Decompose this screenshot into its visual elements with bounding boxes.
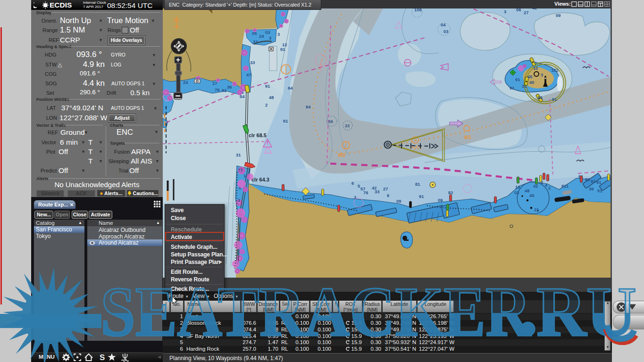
svg-text:clr 68.5: clr 68.5 xyxy=(249,132,267,138)
svg-text:36: 36 xyxy=(227,84,232,90)
svg-text:48: 48 xyxy=(269,95,274,100)
svg-text:06: 06 xyxy=(516,8,521,12)
svg-text:91: 91 xyxy=(538,95,543,100)
svg-text:09: 09 xyxy=(556,13,561,18)
svg-text:91: 91 xyxy=(515,77,520,82)
svg-text:2: 2 xyxy=(265,102,268,107)
svg-text:47: 47 xyxy=(246,72,251,77)
svg-text:81: 81 xyxy=(415,181,420,187)
svg-text:91: 91 xyxy=(222,88,227,93)
svg-text:94: 94 xyxy=(306,104,311,109)
svg-text:3: 3 xyxy=(504,9,506,14)
svg-text:3: 3 xyxy=(354,195,356,200)
svg-text:33: 33 xyxy=(253,39,258,44)
svg-text:54: 54 xyxy=(240,94,245,99)
svg-text:2: 2 xyxy=(548,185,551,190)
svg-text:3: 3 xyxy=(277,32,280,37)
svg-text:51: 51 xyxy=(597,188,602,193)
svg-text:S: S xyxy=(100,353,105,362)
svg-text:48: 48 xyxy=(525,188,530,193)
svg-text:106: 106 xyxy=(414,8,422,12)
svg-text:182: 182 xyxy=(551,67,559,73)
svg-text:76: 76 xyxy=(363,190,368,195)
svg-text:4: 4 xyxy=(545,182,548,188)
svg-text:3: 3 xyxy=(269,35,271,41)
svg-text:91: 91 xyxy=(280,47,285,52)
svg-text:73: 73 xyxy=(238,167,243,173)
svg-text:91: 91 xyxy=(552,97,557,102)
svg-text:3: 3 xyxy=(541,72,543,77)
svg-text:13: 13 xyxy=(515,184,520,189)
svg-text:91: 91 xyxy=(419,194,424,199)
svg-text:33: 33 xyxy=(375,189,380,194)
svg-text:27: 27 xyxy=(212,81,217,86)
svg-text:W2: W2 xyxy=(464,135,471,140)
svg-text:42: 42 xyxy=(532,8,537,10)
svg-text:91: 91 xyxy=(265,83,270,89)
svg-text:09: 09 xyxy=(396,198,401,204)
svg-text:91: 91 xyxy=(283,118,288,123)
svg-text:05: 05 xyxy=(252,31,257,36)
svg-text:04: 04 xyxy=(441,22,446,27)
svg-text:03: 03 xyxy=(265,30,270,35)
svg-text:24: 24 xyxy=(183,80,188,85)
svg-text:91: 91 xyxy=(596,180,602,185)
svg-text:39: 39 xyxy=(589,186,594,191)
svg-text:21: 21 xyxy=(534,207,539,212)
svg-text:33: 33 xyxy=(250,60,255,65)
svg-text:27: 27 xyxy=(383,186,388,191)
svg-text:33: 33 xyxy=(345,123,350,128)
svg-text:clr 64.3: clr 64.3 xyxy=(251,177,269,182)
svg-text:64: 64 xyxy=(288,85,293,90)
svg-text:09: 09 xyxy=(438,197,443,203)
svg-text:27: 27 xyxy=(524,10,529,15)
svg-text:45: 45 xyxy=(529,193,535,198)
svg-text:91: 91 xyxy=(510,85,515,90)
svg-text:82: 82 xyxy=(448,190,453,195)
svg-text:95: 95 xyxy=(585,177,590,182)
svg-text:24: 24 xyxy=(259,33,264,39)
svg-text:31: 31 xyxy=(236,152,241,157)
svg-text:6: 6 xyxy=(351,181,354,186)
svg-text:76: 76 xyxy=(215,87,220,92)
svg-text:W9: W9 xyxy=(338,153,345,158)
svg-text:03: 03 xyxy=(443,29,449,34)
svg-text:10: 10 xyxy=(533,66,538,71)
svg-text:45: 45 xyxy=(527,74,533,79)
svg-text:40: 40 xyxy=(529,80,535,85)
svg-text:91: 91 xyxy=(591,179,596,184)
svg-text:03: 03 xyxy=(514,190,519,195)
svg-text:56: 56 xyxy=(328,119,333,124)
svg-text:6: 6 xyxy=(387,193,389,198)
svg-text:811: 811 xyxy=(561,183,569,189)
svg-text:31: 31 xyxy=(522,83,527,89)
svg-text:3: 3 xyxy=(238,197,240,203)
